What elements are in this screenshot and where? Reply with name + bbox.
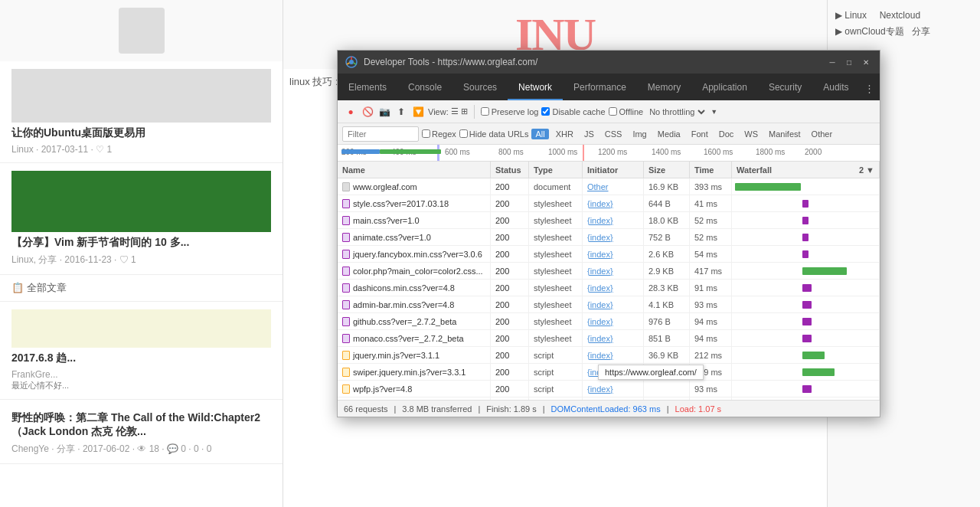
td-time: 93 ms	[690, 296, 732, 312]
td-initiator[interactable]: {index}	[583, 229, 644, 245]
table-row[interactable]: dashicons.min.css?ver=4.8 200 stylesheet…	[338, 280, 880, 296]
filter-type-js[interactable]: JS	[580, 129, 598, 139]
bg-article-title-3: 2017.6.8 趋...	[11, 352, 271, 365]
td-time: 41 ms	[690, 195, 732, 211]
table-row[interactable]: admin-bar.min.css?ver=4.8 200 stylesheet…	[338, 296, 880, 313]
filter-type-doc[interactable]: Doc	[715, 129, 738, 139]
import-button[interactable]: ⬆	[394, 105, 408, 119]
preserve-log-label[interactable]: Preserve log	[481, 107, 539, 116]
td-status: 200	[491, 347, 529, 363]
filter-type-img[interactable]: Img	[629, 129, 650, 139]
td-status: 200	[491, 280, 529, 296]
filter-type-ws[interactable]: WS	[740, 129, 762, 139]
close-button[interactable]: ✕	[860, 56, 872, 68]
td-initiator[interactable]: {index}	[583, 263, 644, 279]
td-initiator[interactable]: Other	[583, 178, 644, 195]
view-list-icon[interactable]: ☰	[451, 106, 459, 116]
td-initiator[interactable]: {index}	[583, 296, 644, 312]
hide-data-checkbox[interactable]	[459, 129, 468, 138]
status-dom: DOMContentLoaded: 963 ms	[551, 404, 661, 414]
waterfall-bar	[802, 301, 812, 309]
td-type: script	[529, 364, 583, 380]
throttle-dropdown-icon[interactable]: ▼	[710, 108, 717, 116]
offline-label[interactable]: Offline	[609, 107, 644, 116]
tab-elements[interactable]: Elements	[338, 76, 397, 100]
view-grid-icon[interactable]: ⊞	[461, 106, 468, 116]
tab-network[interactable]: Network	[508, 76, 563, 100]
tab-application[interactable]: Application	[691, 76, 758, 100]
td-type: script	[529, 381, 583, 397]
td-type: script	[529, 347, 583, 363]
status-sep-1: |	[394, 404, 396, 414]
td-name: github.css?ver=_2.7.2_beta	[338, 313, 491, 329]
bg-article-title-1: 让你的Ubuntu桌面版更易用	[11, 126, 271, 140]
bg-article-2: 【分享】Vim 新手节省时间的 10 多... Linux, 分享 · 2016…	[0, 163, 283, 275]
td-size	[644, 381, 690, 397]
titlebar-left: Developer Tools - https://www.orgleaf.co…	[345, 56, 537, 68]
filter-bar: Regex Hide data URLs All XHR JS CSS Img …	[338, 123, 880, 145]
offline-checkbox[interactable]	[609, 107, 617, 116]
table-row[interactable]: main.css?ver=1.0 200 stylesheet {index} …	[338, 212, 880, 229]
tab-security[interactable]: Security	[758, 76, 812, 100]
filter-type-manifest[interactable]: Manifest	[765, 129, 805, 139]
filter-type-css[interactable]: CSS	[601, 129, 626, 139]
th-size: Size	[644, 162, 690, 178]
td-status: 200	[491, 313, 529, 329]
td-initiator[interactable]: {index}	[583, 313, 644, 329]
waterfall-bar	[802, 217, 808, 224]
td-initiator[interactable]: {index}	[583, 330, 644, 346]
td-initiator[interactable]: {index}	[583, 246, 644, 262]
bg-right-owncloud: ▶ ownCloud专题 分享	[835, 23, 972, 41]
filter-type-xhr[interactable]: XHR	[552, 129, 577, 139]
camera-button[interactable]: 📷	[377, 105, 391, 119]
disable-cache-checkbox[interactable]	[541, 107, 550, 116]
filter-type-other[interactable]: Other	[808, 129, 837, 139]
table-row[interactable]: style.css?ver=2017.03.18 200 stylesheet …	[338, 195, 880, 212]
preserve-log-checkbox[interactable]	[481, 107, 489, 116]
hide-data-label[interactable]: Hide data URLs	[459, 129, 529, 139]
filter-input[interactable]	[342, 126, 419, 142]
td-name: animate.css?ver=1.0	[338, 229, 491, 245]
disable-cache-label[interactable]: Disable cache	[541, 107, 605, 116]
table-row[interactable]: www.orgleaf.com 200 document Other 16.9 …	[338, 178, 880, 195]
filter-type-font[interactable]: Font	[688, 129, 712, 139]
tab-more[interactable]: ⋮	[860, 77, 879, 100]
minimize-button[interactable]: ─	[826, 56, 838, 68]
bg-article-1: 让你的Ubuntu桌面版更易用 Linux · 2017-03-11 · ♡ 1	[0, 61, 283, 163]
regex-label[interactable]: Regex	[422, 129, 456, 139]
table-row[interactable]: color.php?main_color=color2.css... 200 s…	[338, 263, 880, 280]
table-row[interactable]: monaco.css?ver=_2.7.2_beta 200 styleshee…	[338, 330, 880, 347]
th-waterfall-label: Waterfall	[737, 165, 772, 175]
record-button[interactable]: ●	[344, 105, 358, 119]
tab-audits[interactable]: Audits	[812, 76, 859, 100]
table-row[interactable]: animate.css?ver=1.0 200 stylesheet {inde…	[338, 229, 880, 246]
td-status: 200	[491, 195, 529, 211]
filter-type-media[interactable]: Media	[654, 129, 684, 139]
td-initiator[interactable]: {index}	[583, 347, 644, 363]
maximize-button[interactable]: □	[843, 56, 855, 68]
tab-memory[interactable]: Memory	[637, 76, 691, 100]
throttle-select[interactable]: No throttling	[646, 106, 707, 117]
td-initiator[interactable]: {index}	[583, 212, 644, 228]
td-initiator[interactable]: {index}	[583, 280, 644, 296]
table-row[interactable]: jquery.min.js?ver=3.1.1 200 script {inde…	[338, 347, 880, 364]
status-load: Load: 1.07 s	[675, 404, 722, 414]
titlebar-controls[interactable]: ─ □ ✕	[826, 56, 872, 68]
filter-button[interactable]: 🔽	[411, 105, 425, 119]
table-row[interactable]: wpfp.js?ver=4.8 200 script {index} 93 ms	[338, 381, 880, 397]
file-icon	[342, 233, 350, 242]
tab-performance[interactable]: Performance	[563, 76, 637, 100]
filter-type-all[interactable]: All	[531, 129, 548, 139]
td-initiator[interactable]: {index}	[583, 381, 644, 397]
clear-button[interactable]: 🚫	[361, 105, 374, 119]
table-row[interactable]: jquery.fancybox.min.css?ver=3.0.6 200 st…	[338, 246, 880, 263]
regex-checkbox[interactable]	[422, 129, 430, 138]
timeline-bar: 200 ms 400 ms 600 ms 800 ms 1000 ms 1200…	[338, 145, 880, 162]
table-row[interactable]: github.css?ver=_2.7.2_beta 200 styleshee…	[338, 313, 880, 330]
tab-sources[interactable]: Sources	[452, 76, 508, 100]
tab-console[interactable]: Console	[397, 76, 452, 100]
td-time: 94 ms	[690, 313, 732, 329]
td-status: 200	[491, 246, 529, 262]
th-time: Time	[690, 162, 732, 178]
td-initiator[interactable]: {index}	[583, 195, 644, 211]
